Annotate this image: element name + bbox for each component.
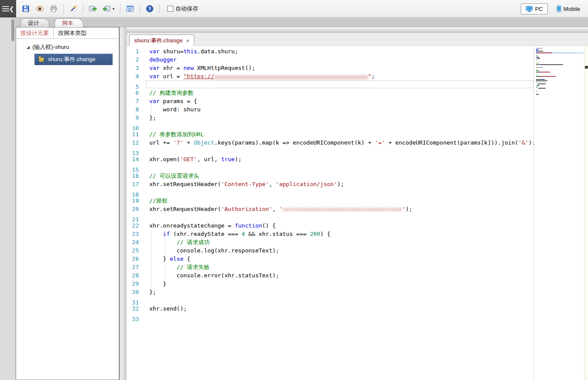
line-number: 22	[127, 221, 139, 230]
device-mobile-button[interactable]: Mobile	[552, 3, 585, 14]
sidebar-tab-by-script-type-label: 按脚本类型	[58, 30, 86, 36]
import-button[interactable]: ▼	[101, 3, 116, 14]
preview-button[interactable]	[34, 3, 45, 14]
menu-icon[interactable]	[2, 6, 9, 11]
toolbar-separator	[83, 4, 83, 14]
help-button[interactable]: ?	[144, 3, 155, 14]
save-button[interactable]	[20, 3, 31, 14]
overview-ruler-marker[interactable]	[585, 66, 588, 69]
import-icon	[102, 5, 111, 13]
code-line[interactable]: 4var url = "https://xxxxxxxxxxxxxxxxxxxx…	[127, 72, 533, 80]
tree-expand-icon[interactable]: ◢	[27, 45, 30, 49]
collapsed-panel-rail	[0, 17, 16, 380]
code-line[interactable]: 11// 将参数添加到URL	[127, 130, 533, 138]
wizard-button[interactable]	[68, 3, 79, 14]
line-number: 24	[127, 238, 139, 246]
code-line[interactable]: 24 // 请求成功	[127, 238, 533, 246]
device-mobile-label: Mobile	[564, 6, 580, 12]
help-icon: ?	[146, 5, 154, 13]
code-line[interactable]: 6// 构建查询参数	[127, 89, 533, 97]
code-line[interactable]: 31	[127, 296, 533, 304]
code-line[interactable]: 21	[127, 213, 533, 221]
tree-item-label: shuru:事件.change	[48, 55, 95, 63]
dropdown-caret-icon: ▼	[112, 7, 115, 11]
toolbar-separator	[140, 4, 140, 14]
line-number: 17	[127, 180, 139, 188]
code-line[interactable]: 12url += '?' + Object.keys(params).map(k…	[127, 138, 533, 147]
magic-wand-icon	[69, 5, 77, 13]
code-line[interactable]: 14xhr.open('GET', url, true);	[127, 155, 533, 163]
line-number: 11	[127, 130, 139, 138]
code-line[interactable]: 29 }	[127, 280, 533, 288]
code-line[interactable]: 23 if (xhr.readyState === 4 && xhr.statu…	[127, 230, 533, 238]
export-button[interactable]	[87, 3, 99, 14]
code-line[interactable]: 3var xhr = new XMLHttpRequest();	[127, 64, 533, 72]
top-toolbar: ▼ ? 自动保存 PC	[0, 0, 588, 17]
toolbar-separator	[63, 4, 64, 14]
code-line[interactable]: 27 // 请求失败	[127, 263, 533, 271]
line-number: 9	[127, 114, 139, 122]
code-line[interactable]: 20xhr.setRequestHeader('Authorization', …	[127, 205, 533, 213]
line-number: 6	[127, 89, 139, 97]
script-editor-pane: shuru:事件.change × 1var shuru=this.data.s…	[127, 27, 588, 380]
close-icon[interactable]: ×	[186, 38, 189, 44]
toolbar-separator	[120, 4, 120, 14]
code-line[interactable]: 30};	[127, 288, 533, 296]
save-icon	[22, 5, 30, 13]
tree-node-input-shuru[interactable]: ◢ (输入框)-shuru	[16, 42, 119, 52]
form-settings-button[interactable]	[124, 3, 136, 14]
line-number: 28	[127, 271, 139, 280]
code-line[interactable]: 10	[127, 122, 533, 130]
mobile-phone-icon	[557, 5, 561, 12]
line-number: 25	[127, 246, 139, 255]
code-line[interactable]: 26 } else {	[127, 255, 533, 263]
code-line[interactable]: 8 word: shuru	[127, 105, 533, 114]
tree-item-shuru-change[interactable]: shuru:事件.change	[34, 54, 113, 65]
mode-tabstrip: 设计 脚本	[16, 17, 588, 27]
code-line[interactable]: 7var params = {	[127, 97, 533, 105]
sidebar-tab-by-element-label: 按设计元素	[21, 30, 49, 36]
tab-design-label: 设计	[28, 20, 39, 26]
collapse-left-icon[interactable]: ❮	[9, 6, 14, 12]
line-number: 3	[127, 64, 139, 72]
code-line[interactable]: 13	[127, 147, 533, 155]
code-line[interactable]: 22xhr.onreadystatechange = function() {	[127, 221, 533, 230]
current-line-highlight	[146, 80, 533, 88]
code-line[interactable]: 9};	[127, 114, 533, 122]
line-number: 8	[127, 105, 139, 114]
sidebar-tab-by-script-type[interactable]: 按脚本类型	[54, 28, 91, 38]
device-pc-button[interactable]: PC	[521, 3, 548, 14]
code-line[interactable]: 33	[127, 313, 533, 321]
code-line[interactable]: 18	[127, 188, 533, 197]
code-line[interactable]: 5	[127, 80, 533, 89]
code-line[interactable]: 2debugger	[127, 55, 533, 64]
tab-script[interactable]: 脚本	[55, 18, 83, 27]
minimap-divider	[533, 46, 534, 380]
rail-scrollbar-thumb[interactable]	[11, 19, 14, 41]
code-lines: 1var shuru=this.data.shuru;2debugger3var…	[127, 47, 533, 321]
code-line[interactable]: 16// 可以设置请求头	[127, 172, 533, 180]
autosave-checkbox[interactable]	[167, 6, 173, 12]
code-line[interactable]: 19//授权	[127, 197, 533, 205]
tab-design[interactable]: 设计	[21, 18, 49, 27]
autosave-label: 自动保存	[175, 5, 198, 13]
device-pc-label: PC	[535, 6, 543, 12]
code-line[interactable]: 15	[127, 163, 533, 172]
line-number: 12	[127, 138, 139, 147]
code-line[interactable]: 17xhr.setRequestHeader('Content-Type', '…	[127, 180, 533, 188]
editor-tab-shuru-change[interactable]: shuru:事件.change ×	[129, 35, 194, 46]
code-line[interactable]: 28 console.error(xhr.statusText);	[127, 271, 533, 280]
code-line[interactable]: 25 console.log(xhr.responseText);	[127, 246, 533, 255]
line-number: 2	[127, 55, 139, 64]
script-scroll-icon	[38, 56, 45, 63]
autosave-toggle[interactable]: 自动保存	[167, 5, 198, 13]
print-button[interactable]	[48, 3, 59, 14]
minimap[interactable]	[536, 48, 583, 97]
sidebar-tab-by-element[interactable]: 按设计元素	[16, 28, 54, 38]
code-line[interactable]: 1var shuru=this.data.shuru;	[127, 47, 533, 55]
app-menu-corner: ❮	[0, 0, 16, 17]
tab-script-label: 脚本	[62, 20, 73, 26]
panel-splitter[interactable]	[119, 27, 127, 380]
tree-node-label: (输入框)-shuru	[32, 43, 69, 51]
code-line[interactable]: 32xhr.send();	[127, 304, 533, 313]
